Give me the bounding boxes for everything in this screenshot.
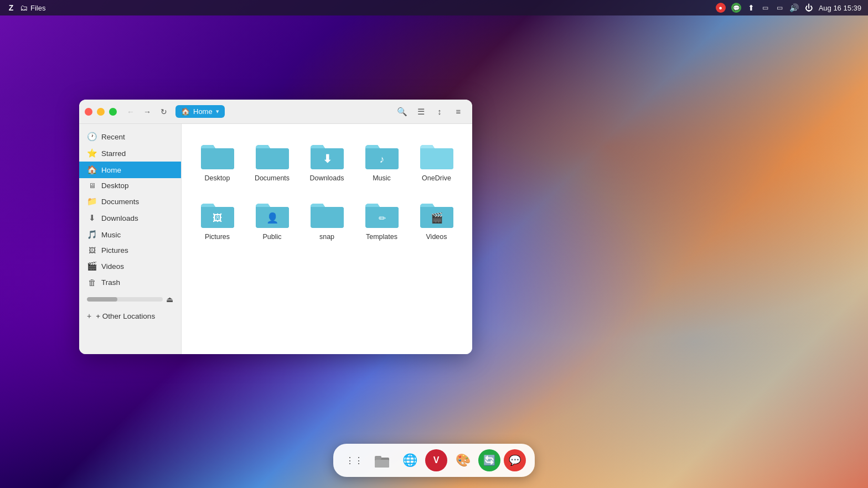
sort-button[interactable]: ↕ — [431, 103, 448, 120]
topbar-app-title: 🗂 Files — [20, 3, 45, 12]
menu-button[interactable]: ≡ — [450, 103, 467, 120]
main-content: Desktop Documents — [182, 124, 472, 354]
folder-icon-videos: 🎬 — [419, 199, 454, 229]
taskbar-apps[interactable]: ⋮⋮ — [342, 448, 366, 473]
svg-text:👤: 👤 — [266, 212, 279, 224]
minimize-button[interactable]: − — [97, 108, 105, 116]
starred-icon: ⭐ — [87, 148, 97, 158]
breadcrumb-home[interactable]: 🏠 Home ▾ — [175, 105, 225, 118]
back-button[interactable]: ← — [123, 105, 138, 119]
titlebar-actions: 🔍 ☰ ↕ ≡ — [394, 103, 467, 120]
topbar-icon-monitor1: ▭ — [761, 3, 770, 12]
storage-bar-container — [87, 297, 163, 302]
sidebar-label-trash: Trash — [101, 278, 120, 287]
nav-buttons: ← → ↻ — [123, 105, 171, 119]
sidebar: 🕐 Recent ⭐ Starred 🏠 Home 🖥 Desktop 📁 Do — [79, 124, 182, 354]
folder-icon-downloads: ⬇ — [309, 141, 345, 170]
topbar: Z 🗂 Files ● 💬 ⬆ ▭ ▭ 🔊 ⏻ Aug 16 15:39 — [0, 0, 868, 15]
documents-icon: 📁 — [87, 196, 97, 206]
folder-videos[interactable]: 🎬 Videos — [412, 194, 461, 247]
forward-button[interactable]: → — [140, 105, 154, 119]
sidebar-item-pictures[interactable]: 🖼 Pictures — [79, 243, 181, 258]
folder-label-desktop: Desktop — [205, 174, 230, 183]
taskbar-files[interactable] — [370, 448, 394, 473]
titlebar: × − ⊡ ← → ↻ 🏠 Home ▾ 🔍 ☰ ↕ ≡ — [79, 100, 472, 124]
sidebar-item-music[interactable]: 🎵 Music — [79, 226, 181, 243]
folder-desktop[interactable]: Desktop — [193, 135, 242, 188]
plus-icon: + — [87, 312, 91, 320]
sidebar-label-pictures: Pictures — [101, 246, 128, 255]
topbar-right: ● 💬 ⬆ ▭ ▭ 🔊 ⏻ Aug 16 15:39 — [716, 3, 861, 13]
window-body: 🕐 Recent ⭐ Starred 🏠 Home 🖥 Desktop 📁 Do — [79, 124, 472, 354]
folder-onedrive[interactable]: OneDrive — [412, 135, 461, 188]
trash-icon: 🗑 — [87, 278, 97, 287]
svg-text:⬇: ⬇ — [322, 153, 332, 165]
eject-icon[interactable]: ⏏ — [166, 295, 173, 304]
sidebar-item-other-locations[interactable]: + + Other Locations — [79, 308, 181, 324]
music-icon: 🎵 — [87, 230, 97, 240]
breadcrumb-bar: 🏠 Home ▾ — [175, 105, 389, 118]
app-name-label: Files — [30, 4, 45, 12]
sidebar-item-home[interactable]: 🏠 Home — [79, 162, 181, 178]
topbar-icon-red: ● — [716, 3, 726, 13]
taskbar-vivaldi[interactable]: V — [425, 449, 447, 471]
sidebar-item-videos[interactable]: 🎬 Videos — [79, 258, 181, 274]
taskbar-kolibri[interactable]: 🎨 — [451, 448, 475, 473]
folder-label-pictures: Pictures — [205, 232, 230, 241]
topbar-icon-volume: 🔊 — [790, 3, 799, 12]
sidebar-label-documents: Documents — [101, 198, 139, 206]
sidebar-item-recent[interactable]: 🕐 Recent — [79, 128, 181, 145]
videos-icon: 🎬 — [87, 261, 97, 271]
folder-icon-snap — [309, 199, 345, 229]
view-options-button[interactable]: ☰ — [412, 103, 429, 120]
topbar-left: Z 🗂 Files — [7, 3, 45, 12]
downloads-icon: ⬇ — [87, 213, 97, 223]
folder-music[interactable]: ♪ Music — [357, 135, 406, 188]
pictures-icon: 🖼 — [87, 246, 97, 255]
refresh-button[interactable]: ↻ — [157, 105, 171, 119]
sidebar-label-recent: Recent — [101, 133, 125, 141]
folder-label-documents: Documents — [255, 174, 290, 183]
sidebar-item-trash[interactable]: 🗑 Trash — [79, 274, 181, 290]
folder-documents[interactable]: Documents — [247, 135, 297, 188]
search-button[interactable]: 🔍 — [394, 103, 410, 120]
home-icon: 🏠 — [181, 107, 190, 116]
folder-downloads[interactable]: ⬇ Downloads — [302, 135, 352, 188]
sidebar-label-home: Home — [101, 166, 121, 174]
folder-templates[interactable]: ✏ Templates — [357, 194, 406, 247]
maximize-button[interactable]: ⊡ — [109, 108, 117, 116]
folder-icon-templates: ✏ — [364, 199, 400, 229]
sidebar-label-downloads: Downloads — [101, 214, 138, 222]
folder-icon-documents — [255, 141, 290, 170]
taskbar-browser[interactable]: 🌐 — [397, 448, 422, 473]
folder-label-snap: snap — [319, 232, 334, 241]
svg-text:🖼: 🖼 — [213, 212, 223, 224]
taskbar-chat[interactable]: 💬 — [504, 449, 526, 471]
folder-icon-music: ♪ — [364, 141, 400, 170]
svg-rect-1 — [256, 148, 289, 169]
topbar-icon-power: ⏻ — [804, 3, 813, 12]
svg-rect-0 — [201, 148, 234, 169]
z-icon: Z — [7, 3, 16, 12]
svg-rect-11 — [311, 207, 344, 228]
sidebar-label-desktop: Desktop — [101, 181, 129, 190]
folder-public[interactable]: 👤 Public — [247, 194, 297, 247]
sidebar-item-downloads[interactable]: ⬇ Downloads — [79, 210, 181, 226]
topbar-icon-green: 💬 — [731, 3, 741, 13]
folder-pictures[interactable]: 🖼 Pictures — [193, 194, 242, 247]
close-button[interactable]: × — [85, 108, 92, 116]
folder-label-onedrive: OneDrive — [422, 174, 451, 183]
storage-bar-fill — [87, 297, 117, 302]
file-manager-window: × − ⊡ ← → ↻ 🏠 Home ▾ 🔍 ☰ ↕ ≡ 🕐 — [79, 100, 472, 354]
taskbar-update[interactable]: 🔄 — [478, 449, 500, 471]
breadcrumb-chevron: ▾ — [216, 108, 219, 115]
folder-label-downloads: Downloads — [310, 174, 344, 183]
breadcrumb-home-label: Home — [193, 107, 213, 116]
folder-snap[interactable]: snap — [302, 194, 352, 247]
sidebar-label-starred: Starred — [101, 149, 126, 158]
folder-label-public: Public — [262, 232, 281, 241]
sidebar-item-starred[interactable]: ⭐ Starred — [79, 145, 181, 162]
svg-text:🎬: 🎬 — [431, 212, 443, 224]
sidebar-item-documents[interactable]: 📁 Documents — [79, 193, 181, 210]
sidebar-item-desktop[interactable]: 🖥 Desktop — [79, 178, 181, 193]
